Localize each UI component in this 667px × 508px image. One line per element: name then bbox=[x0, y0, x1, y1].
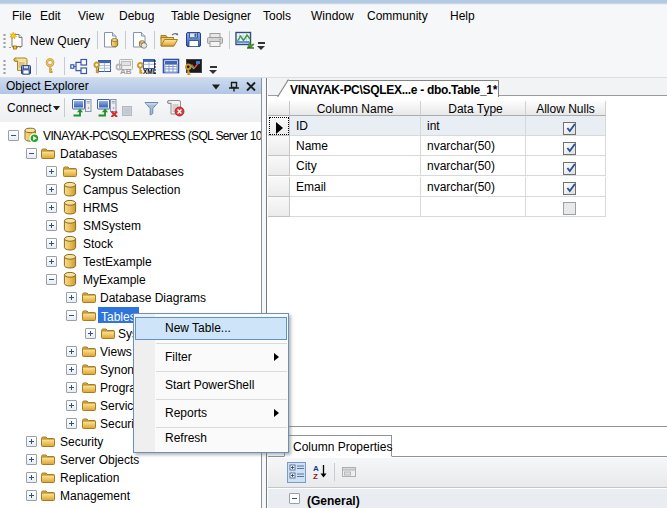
svg-text:XML: XML bbox=[143, 68, 156, 75]
svg-text:Z: Z bbox=[313, 472, 318, 481]
